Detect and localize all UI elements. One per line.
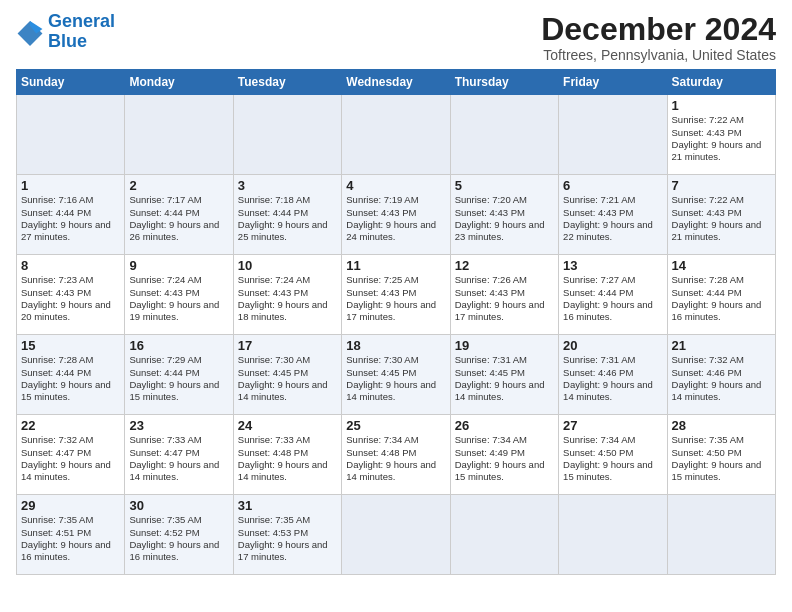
cell-info: Daylight: 9 hours and 16 minutes. [672,299,771,324]
subtitle: Toftrees, Pennsylvania, United States [541,47,776,63]
calendar-cell: 21Sunrise: 7:32 AMSunset: 4:46 PMDayligh… [667,335,775,415]
calendar-cell [559,95,667,175]
cell-info: Sunrise: 7:34 AM [346,434,445,446]
cell-info: Daylight: 9 hours and 21 minutes. [672,139,771,164]
cell-info: Daylight: 9 hours and 26 minutes. [129,219,228,244]
cell-info: Daylight: 9 hours and 23 minutes. [455,219,554,244]
cell-info: Sunrise: 7:34 AM [563,434,662,446]
calendar-cell [667,495,775,575]
cell-info: Daylight: 9 hours and 25 minutes. [238,219,337,244]
cell-info: Daylight: 9 hours and 16 minutes. [21,539,120,564]
calendar-cell: 14Sunrise: 7:28 AMSunset: 4:44 PMDayligh… [667,255,775,335]
cell-info: Daylight: 9 hours and 14 minutes. [346,379,445,404]
day-number: 4 [346,178,445,193]
cell-info: Sunrise: 7:33 AM [238,434,337,446]
calendar-cell [559,495,667,575]
cell-info: Sunset: 4:44 PM [672,287,771,299]
day-number: 18 [346,338,445,353]
calendar-cell: 5Sunrise: 7:20 AMSunset: 4:43 PMDaylight… [450,175,558,255]
cell-info: Sunset: 4:48 PM [346,447,445,459]
col-tuesday: Tuesday [233,70,341,95]
calendar-cell: 22Sunrise: 7:32 AMSunset: 4:47 PMDayligh… [17,415,125,495]
calendar-week-1: 1Sunrise: 7:16 AMSunset: 4:44 PMDaylight… [17,175,776,255]
logo-icon [16,18,44,46]
calendar-cell [450,495,558,575]
cell-info: Sunrise: 7:30 AM [346,354,445,366]
day-number: 26 [455,418,554,433]
cell-info: Sunset: 4:43 PM [129,287,228,299]
logo: General Blue [16,12,115,52]
calendar-week-2: 8Sunrise: 7:23 AMSunset: 4:43 PMDaylight… [17,255,776,335]
header: General Blue December 2024 Toftrees, Pen… [16,12,776,63]
calendar-cell: 27Sunrise: 7:34 AMSunset: 4:50 PMDayligh… [559,415,667,495]
cell-info: Daylight: 9 hours and 14 minutes. [129,459,228,484]
day-number: 17 [238,338,337,353]
col-friday: Friday [559,70,667,95]
cell-info: Sunset: 4:53 PM [238,527,337,539]
calendar-cell: 4Sunrise: 7:19 AMSunset: 4:43 PMDaylight… [342,175,450,255]
cell-info: Sunset: 4:51 PM [21,527,120,539]
cell-info: Daylight: 9 hours and 14 minutes. [238,459,337,484]
cell-info: Sunrise: 7:18 AM [238,194,337,206]
cell-info: Daylight: 9 hours and 14 minutes. [238,379,337,404]
cell-info: Daylight: 9 hours and 15 minutes. [672,459,771,484]
cell-info: Daylight: 9 hours and 15 minutes. [129,379,228,404]
calendar-cell [450,95,558,175]
cell-info: Sunset: 4:44 PM [129,367,228,379]
day-number: 5 [455,178,554,193]
calendar-cell: 10Sunrise: 7:24 AMSunset: 4:43 PMDayligh… [233,255,341,335]
day-number: 30 [129,498,228,513]
day-number: 23 [129,418,228,433]
cell-info: Daylight: 9 hours and 16 minutes. [129,539,228,564]
day-number: 29 [21,498,120,513]
cell-info: Sunrise: 7:35 AM [238,514,337,526]
cell-info: Daylight: 9 hours and 18 minutes. [238,299,337,324]
calendar-week-3: 15Sunrise: 7:28 AMSunset: 4:44 PMDayligh… [17,335,776,415]
day-number: 16 [129,338,228,353]
cell-info: Daylight: 9 hours and 14 minutes. [21,459,120,484]
cell-info: Sunset: 4:44 PM [21,367,120,379]
day-number: 11 [346,258,445,273]
day-number: 31 [238,498,337,513]
calendar-cell: 15Sunrise: 7:28 AMSunset: 4:44 PMDayligh… [17,335,125,415]
cell-info: Sunrise: 7:24 AM [129,274,228,286]
cell-info: Sunset: 4:46 PM [672,367,771,379]
calendar-cell: 13Sunrise: 7:27 AMSunset: 4:44 PMDayligh… [559,255,667,335]
cell-info: Sunset: 4:43 PM [455,287,554,299]
calendar-week-4: 22Sunrise: 7:32 AMSunset: 4:47 PMDayligh… [17,415,776,495]
cell-info: Sunset: 4:43 PM [21,287,120,299]
calendar-cell: 28Sunrise: 7:35 AMSunset: 4:50 PMDayligh… [667,415,775,495]
day-number: 24 [238,418,337,433]
cell-info: Sunset: 4:43 PM [563,207,662,219]
day-number: 10 [238,258,337,273]
cell-info: Sunrise: 7:35 AM [21,514,120,526]
day-number: 21 [672,338,771,353]
cell-info: Daylight: 9 hours and 15 minutes. [21,379,120,404]
col-sunday: Sunday [17,70,125,95]
cell-info: Sunrise: 7:35 AM [129,514,228,526]
day-number: 1 [21,178,120,193]
calendar-cell [233,95,341,175]
cell-info: Daylight: 9 hours and 17 minutes. [346,299,445,324]
cell-info: Daylight: 9 hours and 17 minutes. [455,299,554,324]
cell-info: Sunrise: 7:29 AM [129,354,228,366]
cell-info: Sunset: 4:52 PM [129,527,228,539]
cell-info: Sunrise: 7:31 AM [455,354,554,366]
day-number: 2 [129,178,228,193]
calendar-cell: 1Sunrise: 7:22 AMSunset: 4:43 PMDaylight… [667,95,775,175]
page-container: General Blue December 2024 Toftrees, Pen… [0,0,792,583]
cell-info: Sunset: 4:44 PM [129,207,228,219]
cell-info: Sunset: 4:43 PM [346,287,445,299]
cell-info: Daylight: 9 hours and 15 minutes. [455,459,554,484]
calendar-cell: 30Sunrise: 7:35 AMSunset: 4:52 PMDayligh… [125,495,233,575]
cell-info: Sunrise: 7:22 AM [672,194,771,206]
cell-info: Sunrise: 7:28 AM [672,274,771,286]
cell-info: Sunrise: 7:24 AM [238,274,337,286]
cell-info: Sunset: 4:47 PM [129,447,228,459]
day-number: 3 [238,178,337,193]
header-row: Sunday Monday Tuesday Wednesday Thursday… [17,70,776,95]
cell-info: Sunrise: 7:19 AM [346,194,445,206]
cell-info: Sunrise: 7:34 AM [455,434,554,446]
day-number: 19 [455,338,554,353]
main-title: December 2024 [541,12,776,47]
